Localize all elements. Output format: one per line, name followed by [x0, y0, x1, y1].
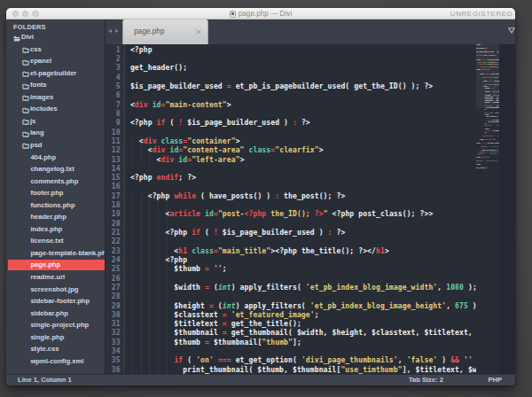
- line-number: 21: [106, 229, 125, 237]
- tree-item-label: footer.php: [30, 189, 63, 197]
- tree-file-single-project.php[interactable]: single-project.php: [6, 319, 105, 331]
- tree-file-license.txt[interactable]: license.txt: [6, 235, 105, 247]
- code-line: [130, 128, 476, 137]
- tree-item-label: index.php: [30, 225, 62, 233]
- line-number: 33: [106, 339, 125, 347]
- line-number: 26: [106, 275, 125, 284]
- tab-scroll-arrows: [108, 29, 119, 33]
- tree-item-label: images: [30, 93, 53, 101]
- title-bar: page.php — Divi UNREGISTERED: [6, 8, 515, 19]
- code-line: </div> <!-- #main-content -->: [476, 160, 499, 162]
- tree-file-page-template-blank.php[interactable]: page-template-blank.php: [6, 247, 105, 260]
- code-line: [130, 220, 476, 229]
- tab-overflow-icon[interactable]: [508, 27, 515, 35]
- code-line: [130, 110, 476, 119]
- tree-file-404.php[interactable]: 404.php: [6, 151, 105, 163]
- sidebar: FOLDERS Divicssepanelet-pagebuilderfonts…: [6, 19, 106, 374]
- line-number: 30: [106, 311, 125, 320]
- tree-item-label: lang: [30, 128, 44, 136]
- tree-item-label: 404.php: [30, 153, 56, 161]
- line-number: 24: [106, 256, 125, 265]
- line-number: 17: [106, 192, 125, 201]
- tree-file-header.php[interactable]: header.php: [6, 211, 105, 223]
- code-line: the_content();: [476, 115, 499, 117]
- code-line: $thumb = '';: [130, 265, 476, 274]
- unregistered-label: UNREGISTERED: [450, 8, 512, 19]
- tree-file-functions.php[interactable]: functions.php: [6, 198, 105, 211]
- code-line: </div> <!-- .container -->: [476, 153, 499, 155]
- code-line: <div id="main-content">: [130, 101, 476, 110]
- code-line: $classtext = 'et_featured_image';: [130, 311, 476, 320]
- syntax-label[interactable]: PHP: [488, 375, 502, 385]
- tree-item-label: fonts: [30, 81, 47, 89]
- editor-area[interactable]: 1234567891011121314151617181920212223242…: [106, 44, 516, 374]
- tree-file-single.php[interactable]: single.php: [6, 331, 105, 343]
- code-line: <?php if ( ! $is_page_builder_used ) : ?…: [130, 119, 476, 128]
- code-line: <?php if ( ! $is_page_builder_used ) : ?…: [130, 229, 476, 237]
- line-number: 22: [106, 237, 125, 246]
- line-number: 29: [106, 302, 125, 311]
- code-line: [130, 292, 476, 301]
- code-line: [130, 201, 476, 210]
- tree-item-label: page-template-blank.php: [30, 249, 105, 257]
- document-proxy-icon: [230, 11, 236, 18]
- line-number: 13: [106, 156, 125, 165]
- line-number: 27: [106, 284, 125, 292]
- tree-file-comments.php[interactable]: comments.php: [6, 175, 105, 187]
- tree-file-style.css[interactable]: style.css: [6, 343, 105, 355]
- line-number: 25: [106, 265, 125, 274]
- tree-folder-psd[interactable]: psd: [6, 139, 105, 152]
- tab-close-icon[interactable]: [195, 28, 202, 35]
- code-line: <?php: [130, 256, 476, 265]
- code-line: $height = (int) apply_filters( 'et_pb_in…: [130, 302, 476, 311]
- tab-scroll-right-icon[interactable]: [115, 29, 119, 33]
- tree-file-screenshot.jpg[interactable]: screenshot.jpg: [6, 283, 105, 295]
- tree-file-wpml-config.xml[interactable]: wpml-config.xml: [6, 355, 105, 368]
- tab-bar: page.php: [106, 19, 516, 44]
- tree-item-label: Divi: [21, 33, 34, 41]
- line-number: 10: [106, 128, 125, 137]
- tab-page-php[interactable]: page.php: [122, 19, 207, 44]
- tree-file-sidebar.php[interactable]: sidebar.php: [6, 307, 105, 319]
- tree-item-label: screenshot.jpg: [30, 285, 78, 293]
- line-number: 7: [106, 101, 125, 110]
- tree-file-footer.php[interactable]: footer.php: [6, 187, 105, 199]
- tree-item-label: comments.php: [30, 177, 78, 185]
- tree-item-label: psd: [30, 141, 43, 149]
- code-line: </article> <!-- .et_pb_post -->: [476, 136, 499, 137]
- scrollbar-track[interactable]: [499, 44, 516, 374]
- code-view[interactable]: <?php get_header(); $is_page_builder_use…: [125, 44, 476, 374]
- code-line: $is_page_builder_used = et_pb_is_pagebui…: [130, 82, 476, 91]
- tree-item-label: single-project.php: [30, 321, 89, 329]
- line-number: 28: [106, 292, 125, 301]
- tree-file-changelog.txt[interactable]: changelog.txt: [6, 163, 105, 175]
- line-number: 36: [106, 366, 125, 374]
- minimap[interactable]: <?php get_header(); $is_page_builder_use…: [476, 44, 499, 374]
- line-number-gutter[interactable]: 1234567891011121314151617181920212223242…: [106, 44, 126, 374]
- line-number: 20: [106, 220, 125, 229]
- tree-item-label: sidebar-footer.php: [30, 297, 90, 305]
- code-line: [130, 91, 476, 100]
- tree-file-readme.url[interactable]: readme.url: [6, 271, 105, 284]
- tab-label: page.php: [134, 19, 164, 44]
- line-number: 12: [106, 146, 125, 155]
- tree-item-label: license.txt: [30, 237, 63, 245]
- code-line: [130, 55, 476, 64]
- tree-file-index.php[interactable]: index.php: [6, 223, 105, 236]
- tab-scroll-left-icon[interactable]: [108, 29, 112, 33]
- line-number: 19: [106, 210, 125, 219]
- code-line: <?php endif; ?>: [130, 174, 476, 183]
- tree-item-label: sidebar.php: [30, 309, 68, 317]
- code-line: </div> <!-- #left-area -->: [476, 146, 499, 148]
- line-number: 14: [106, 165, 125, 174]
- minimap-viewport[interactable]: [476, 44, 499, 108]
- line-number: 4: [106, 74, 125, 82]
- cursor-position-label: Line 1, Column 1: [18, 375, 72, 385]
- tree-item-label: css: [30, 45, 42, 53]
- tree-file-sidebar-footer.php[interactable]: sidebar-footer.php: [6, 295, 105, 307]
- tree-file-page.php[interactable]: page.php: [6, 259, 105, 271]
- tab-size-label[interactable]: Tab Size: 2: [409, 375, 443, 385]
- line-number: 35: [106, 356, 125, 365]
- code-line: $titletext = get_the_title();: [130, 320, 476, 329]
- tree-item-label: page.php: [30, 261, 60, 269]
